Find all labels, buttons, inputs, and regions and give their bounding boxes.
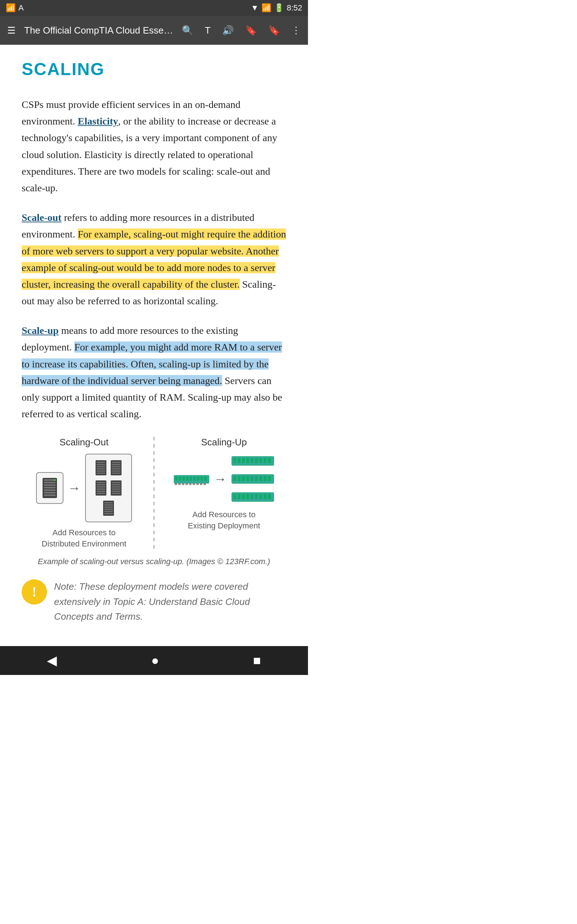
status-bar-left: 📶 A — [6, 3, 24, 13]
svg-rect-55 — [178, 483, 181, 485]
paragraph-scale-up: Scale-up means to add more resources to … — [22, 322, 286, 422]
time-display: 8:52 — [287, 3, 302, 13]
svg-rect-82 — [268, 476, 271, 481]
recents-button[interactable]: ■ — [242, 649, 272, 672]
svg-rect-42 — [104, 511, 113, 512]
wifi-icon: ▼ — [251, 3, 259, 13]
server-single-icon — [41, 477, 58, 499]
server-single-box — [36, 472, 63, 504]
svg-rect-88 — [251, 494, 253, 499]
section-title: SCALING — [22, 59, 286, 79]
svg-rect-81 — [264, 476, 266, 481]
svg-rect-40 — [104, 507, 113, 508]
scaling-up-side: Scaling-Up — [161, 437, 286, 531]
svg-rect-14 — [97, 471, 105, 472]
ram-single-container — [174, 472, 210, 486]
bookmark-outline-button[interactable]: 🔖 — [244, 23, 258, 37]
scale-out-link[interactable]: Scale-out — [22, 212, 61, 223]
svg-rect-77 — [246, 476, 249, 481]
ram-multi1-icon — [231, 454, 274, 468]
scaling-out-sublabel: Add Resources toDistributed Environment — [42, 527, 127, 550]
status-bar-right: ▼ 📶 🔋 8:52 — [251, 3, 302, 13]
svg-rect-26 — [97, 486, 105, 488]
app-bar-icons: 🔍 T 🔊 🔖 🔖 ⋮ — [180, 23, 302, 37]
svg-rect-38 — [104, 502, 113, 504]
paragraph-scale-out: Scale-out refers to adding more resource… — [22, 209, 286, 309]
scale-up-link[interactable]: Scale-up — [22, 325, 59, 336]
text-size-button[interactable]: T — [203, 23, 212, 37]
svg-rect-48 — [186, 477, 189, 481]
ram-multi2-icon — [231, 472, 274, 486]
scaling-up-inner: → — [174, 454, 274, 504]
ram-multi3-icon — [231, 490, 274, 504]
bookmark-button[interactable]: 🔖 — [267, 23, 281, 37]
svg-rect-78 — [251, 476, 253, 481]
svg-rect-51 — [197, 477, 200, 481]
svg-rect-36 — [112, 493, 121, 494]
paragraph-intro: CSPs must provide efficient services in … — [22, 96, 286, 196]
svg-rect-86 — [242, 494, 245, 499]
diagram-divider — [154, 437, 154, 550]
svg-rect-62 — [203, 483, 206, 485]
more-options-button[interactable]: ⋮ — [290, 23, 302, 37]
scaling-out-side: Scaling-Out → — [22, 437, 147, 550]
svg-rect-72 — [268, 458, 271, 463]
signal-bars: 📶 — [261, 3, 271, 13]
svg-rect-11 — [97, 464, 105, 465]
svg-rect-56 — [182, 483, 184, 485]
svg-rect-65 — [238, 458, 240, 463]
svg-rect-1 — [44, 479, 56, 481]
svg-rect-74 — [233, 476, 236, 481]
home-button[interactable]: ● — [140, 649, 170, 672]
svg-rect-43 — [104, 513, 113, 514]
back-button[interactable]: ◀ — [36, 649, 68, 672]
status-bar: 📶 A ▼ 📶 🔋 8:52 — [0, 0, 308, 16]
server-m3-icon — [95, 479, 108, 497]
svg-rect-24 — [97, 482, 105, 483]
svg-rect-32 — [112, 485, 121, 485]
svg-rect-84 — [233, 494, 236, 499]
scaling-up-label: Scaling-Up — [201, 437, 247, 448]
menu-button[interactable]: ☰ — [6, 23, 17, 37]
elasticity-link[interactable]: Elasticity — [78, 115, 118, 127]
svg-rect-31 — [112, 482, 121, 483]
svg-rect-4 — [44, 487, 56, 488]
scaling-up-sublabel: Add Resources toExisting Deployment — [188, 509, 260, 531]
server-m2-icon — [110, 459, 122, 477]
server-m5-icon — [102, 499, 115, 517]
svg-rect-76 — [242, 476, 245, 481]
svg-point-8 — [54, 479, 56, 481]
svg-rect-60 — [196, 483, 199, 485]
main-content: SCALING CSPs must provide efficient serv… — [0, 45, 308, 646]
server-multiple-box — [85, 454, 132, 522]
svg-rect-49 — [190, 477, 192, 481]
app-bar: ☰ The Official CompTIA Cloud Essentials+… — [0, 16, 308, 45]
svg-rect-20 — [112, 468, 121, 470]
svg-rect-35 — [112, 491, 121, 492]
svg-rect-39 — [104, 505, 113, 506]
ram-multiple-container — [231, 454, 274, 504]
svg-rect-19 — [112, 466, 121, 467]
note-box: ! Note: These deployment models were cov… — [22, 579, 286, 624]
svg-rect-6 — [44, 492, 56, 493]
svg-rect-75 — [238, 476, 240, 481]
svg-rect-80 — [259, 476, 262, 481]
svg-rect-2 — [44, 482, 56, 483]
svg-rect-21 — [112, 471, 121, 472]
arrow-out: → — [68, 480, 81, 496]
bottom-nav: ◀ ● ■ — [0, 646, 308, 675]
svg-rect-71 — [264, 458, 266, 463]
search-button[interactable]: 🔍 — [180, 23, 195, 37]
svg-rect-18 — [112, 464, 121, 465]
diagram-caption: Example of scaling-out versus scaling-up… — [22, 557, 286, 566]
svg-rect-57 — [185, 483, 188, 485]
svg-rect-45 — [175, 477, 178, 481]
speaker-button[interactable]: 🔊 — [221, 23, 235, 37]
scaling-out-label: Scaling-Out — [60, 437, 108, 448]
svg-rect-54 — [174, 483, 177, 485]
arrow-up: → — [214, 472, 227, 486]
svg-rect-66 — [242, 458, 245, 463]
svg-rect-5 — [44, 489, 56, 491]
svg-rect-33 — [112, 486, 121, 488]
svg-rect-12 — [97, 466, 105, 467]
